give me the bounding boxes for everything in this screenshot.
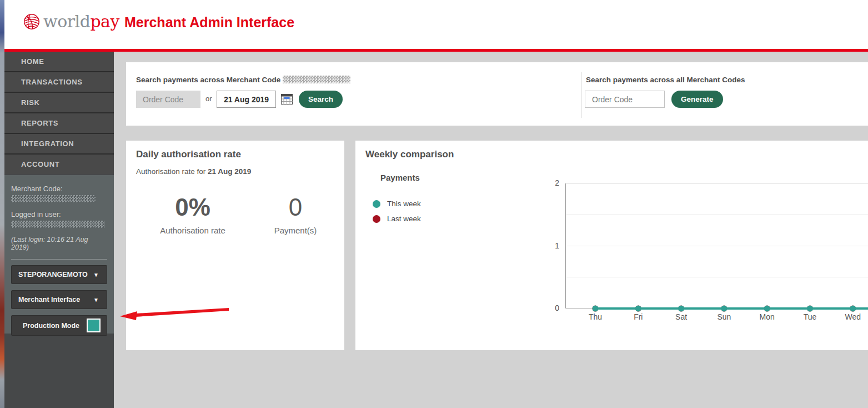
x-axis-tick-label: Thu [579,312,612,321]
search-panel-divider [581,72,581,118]
sidebar-item-risk[interactable]: RISK [4,93,114,112]
sidebar-item-account[interactable]: ACCOUNT [4,155,114,174]
interface-dropdown-value: Merchant Interface [18,296,80,303]
interface-dropdown[interactable]: Merchant Interface ▼ [11,290,107,309]
data-point [807,306,813,312]
payments-value: 0 [254,193,337,221]
calendar-icon[interactable] [281,93,293,105]
order-code-all-input[interactable] [585,91,665,108]
data-point [678,306,684,312]
authorisation-rate-stat: 0% Authorisation rate [137,193,248,235]
app-header: worldpay Merchant Admin Interface [4,0,868,49]
production-mode-checkbox[interactable] [87,319,101,332]
payments-stat: 0 Payment(s) [254,193,337,235]
last-login-text: (Last login: 10:16 21 Aug 2019) [11,236,107,251]
y-axis-tick-label: 1 [544,241,559,250]
last-week-dot-icon [373,215,380,223]
data-point [721,306,727,312]
page-title: Merchant Admin Interface [124,14,294,31]
daily-card-title: Daily authorisation rate [136,149,241,160]
logged-in-user-label: Logged in user: [11,210,107,218]
x-axis-tick-label: Wed [836,312,868,321]
merchant-code-label: Merchant Code: [11,185,107,193]
logged-in-user-value-redacted [11,221,104,228]
header-divider [4,49,868,52]
daily-authorisation-card: Daily authorisation rate Authorisation r… [126,141,344,350]
payments-label: Payment(s) [254,226,337,235]
x-axis-tick-label: Sun [708,312,741,321]
daily-card-subtitle: Authorisation rate for 21 Aug 2019 [136,167,251,176]
legend-item-this-week: This week [373,196,421,211]
legend-item-last-week: Last week [373,211,421,226]
sidebar-item-reports[interactable]: REPORTS [4,113,114,133]
production-mode-toggle[interactable]: Production Mode [11,315,107,336]
chevron-down-icon: ▼ [93,297,99,303]
chart-plot: 012ThuFriSatSunMonTueWed [565,183,868,309]
y-axis-tick-label: 0 [544,303,559,312]
chevron-down-icon: ▼ [93,272,99,278]
worldpay-logo: worldpay [22,12,119,31]
sidebar-item-integration[interactable]: INTEGRATION [4,134,114,153]
daily-card-date: 21 Aug 2019 [208,167,251,176]
this-week-dot-icon [373,200,380,208]
worldpay-globe-icon [22,12,41,31]
weekly-comparison-card: Weekly comparison Payments This week Las… [355,141,868,350]
search-button[interactable]: Search [299,91,343,108]
merchant-code-dropdown[interactable]: STEPORANGEMOTO ▼ [11,265,107,284]
x-axis-tick-label: Tue [794,312,827,321]
x-axis-tick-label: Fri [621,312,655,321]
search-panel: Search payments across Merchant Code or … [126,62,868,126]
y-axis-tick-label: 2 [544,178,559,187]
sidebar-info-panel: Merchant Code: Logged in user: (Last log… [4,175,114,334]
x-axis-tick-label: Mon [750,312,784,321]
x-axis-tick-label: Sat [665,312,698,321]
sidebar-item-transactions[interactable]: TRANSACTIONS [4,72,114,92]
merchant-code-redacted [283,76,350,83]
sidebar-divider [11,259,107,260]
weekly-card-title: Weekly comparison [365,149,454,160]
worldpay-logo-text: worldpay [43,12,119,31]
or-label: or [205,94,212,103]
search-merchant-code-label: Search payments across Merchant Code [136,76,350,84]
generate-button[interactable]: Generate [671,91,723,108]
order-code-input[interactable] [136,91,200,108]
sidebar-item-home[interactable]: HOME [4,52,114,71]
chart-series-canvas [566,183,868,309]
production-mode-label: Production Mode [23,322,79,330]
merchant-code-value-redacted [11,195,96,202]
authorisation-rate-value: 0% [137,193,248,221]
chart-section-label: Payments [380,173,420,182]
data-point [593,306,599,312]
search-all-codes-label: Search payments across all Merchant Code… [586,76,745,84]
data-point [850,306,856,312]
chart-legend: This week Last week [373,196,421,226]
merchant-code-dropdown-value: STEPORANGEMOTO [18,271,88,278]
date-input[interactable]: 21 Aug 2019 [217,91,276,108]
window-edge [0,0,4,408]
data-point [635,306,641,312]
authorisation-rate-label: Authorisation rate [137,226,248,235]
data-point [764,306,770,312]
sidebar-nav: HOME TRANSACTIONS RISK REPORTS INTEGRATI… [4,52,114,174]
sidebar: HOME TRANSACTIONS RISK REPORTS INTEGRATI… [4,52,114,408]
